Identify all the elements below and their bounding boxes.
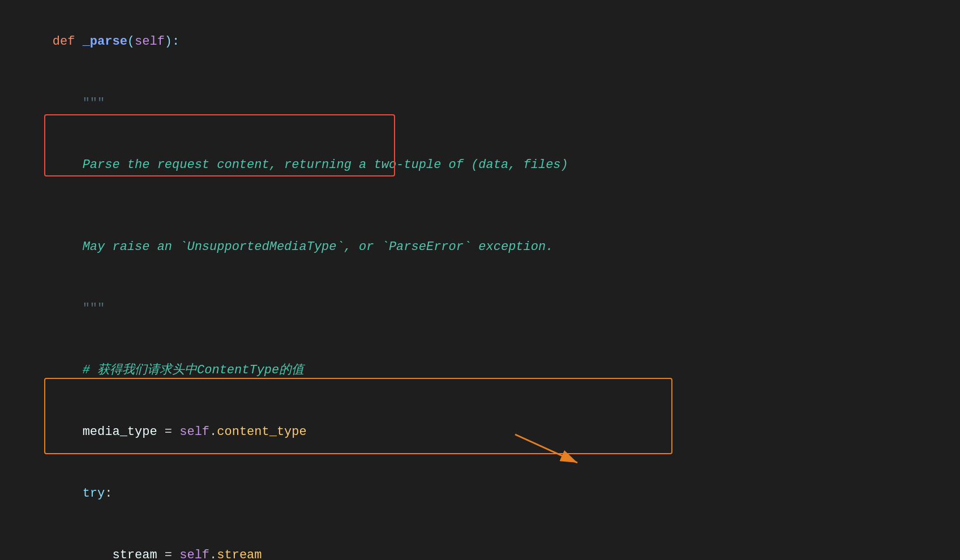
- attr-content-type: content_type: [217, 425, 306, 439]
- code-line-5: May raise an `UnsupportedMediaType`, or …: [23, 217, 937, 278]
- code-editor: def _parse(self): """ Parse the request …: [0, 0, 960, 560]
- code-line-7: # 获得我们请求头中ContentType的值: [23, 340, 937, 402]
- indent: [53, 548, 113, 560]
- var-media-type: media_type: [83, 425, 157, 439]
- equals: =: [157, 425, 180, 439]
- indent: [53, 240, 83, 254]
- code-line-2: """: [23, 73, 937, 135]
- colon: :: [105, 486, 112, 501]
- code-line-1: def _parse(self):: [23, 11, 937, 73]
- code-line-4: [23, 196, 937, 217]
- code-line-8: media_type = self.content_type: [23, 402, 937, 463]
- code-line-9: try:: [23, 463, 937, 525]
- docstring-line2: May raise an `UnsupportedMediaType`, or …: [83, 240, 554, 254]
- equals: =: [157, 548, 180, 560]
- indent: [53, 158, 83, 172]
- indent: [53, 301, 83, 316]
- code-line-10: stream = self.stream: [23, 524, 937, 560]
- comment-chinese-1: # 获得我们请求头中ContentType的值: [83, 363, 305, 377]
- self-ref: self: [179, 425, 209, 439]
- indent: [53, 486, 83, 501]
- dot: .: [209, 425, 217, 439]
- indent: [53, 96, 83, 110]
- paren-close: ):: [165, 35, 179, 49]
- indent: [53, 363, 83, 377]
- indent: [53, 425, 83, 439]
- dot: .: [209, 548, 217, 560]
- code-line-6: """: [23, 278, 937, 340]
- keyword-def: def: [53, 35, 83, 49]
- docstring-line1: Parse the request content, returning a t…: [83, 158, 568, 172]
- keyword-try: try: [83, 486, 105, 501]
- var-stream: stream: [112, 548, 157, 560]
- docstring-close: """: [83, 301, 105, 316]
- code-line-3: Parse the request content, returning a t…: [23, 135, 937, 196]
- attr-stream: stream: [217, 548, 262, 560]
- docstring-open: """: [83, 96, 105, 110]
- function-name: _parse: [83, 35, 127, 49]
- param-self: self: [135, 35, 165, 49]
- paren-open: (: [127, 35, 135, 49]
- self-ref: self: [179, 548, 209, 560]
